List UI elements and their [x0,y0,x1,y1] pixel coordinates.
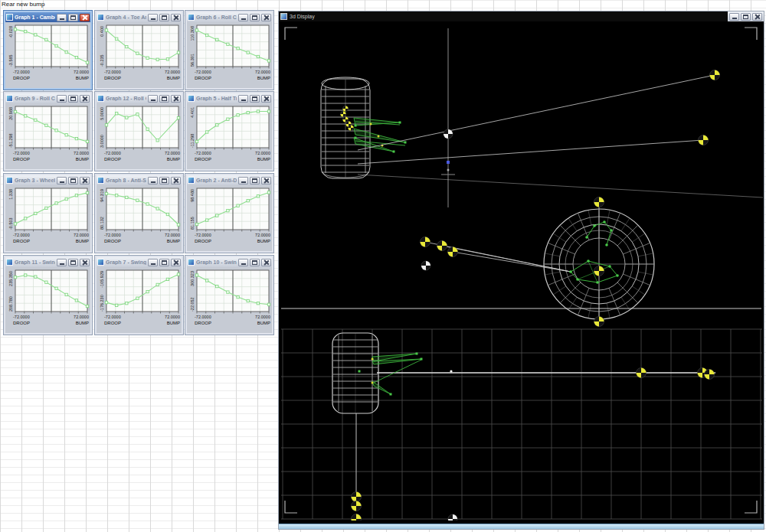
svg-text:3.0000: 3.0000 [100,135,104,148]
maximize-button[interactable] [68,95,78,103]
svg-text:-72.0000: -72.0000 [104,233,121,237]
display3d-window[interactable]: 3d Display [278,11,764,530]
graph-window-6[interactable]: Graph 6 - Roll Centr...110.30856.301-72.… [185,11,273,90]
close-button[interactable] [261,14,271,21]
yellow-checker-marker [594,197,604,207]
yellow-checker-marker [352,514,362,521]
graph-window-3[interactable]: Graph 3 - Wheelbas...1.338-0.503-72.0000… [4,174,92,253]
close-icon [264,178,269,184]
graph-window-titlebar[interactable]: Graph 7 - Swing Ar... [97,257,182,267]
graph-window-2[interactable]: Graph 2 - Anti-Dive...98.48081.155-72.00… [185,174,273,253]
minimize-button[interactable] [57,14,67,21]
graph-window-titlebar[interactable]: Graph 9 - Roll Cent... [5,93,90,103]
maximize-button[interactable] [250,95,260,103]
side-view-suspension-links [569,220,619,284]
close-button[interactable] [80,95,90,103]
graph-window-titlebar[interactable]: Graph 12 - Roll Cen... [97,93,182,103]
graph-window-titlebar[interactable]: Graph 3 - Wheelbas... [5,175,90,185]
graph-window-titlebar[interactable]: Graph 1 - Camber ... [5,12,90,22]
graph-window-4[interactable]: Graph 4 - Toe Angle...0.400-0.235-72.000… [95,11,183,90]
minimize-button[interactable] [148,259,158,266]
graph-icon [6,14,13,21]
maximize-icon [252,96,257,101]
maximize-button[interactable] [250,14,260,21]
graph-window-title: Graph 10 - Swing A... [196,259,237,265]
graph-window-titlebar[interactable]: Graph 4 - Toe Angle... [97,12,182,22]
minimize-icon [151,181,155,183]
svg-text:72.0000: 72.0000 [74,70,89,74]
minimize-button[interactable] [729,13,739,21]
svg-text:BUMP: BUMP [257,239,270,243]
minimize-icon [60,100,64,101]
maximize-button[interactable] [250,259,260,266]
svg-text:DROOP: DROOP [13,321,30,325]
graph-window-1[interactable]: Graph 1 - Camber ...-0.028-3.585-72.0000… [4,11,92,90]
graph-icon [6,95,13,102]
maximize-button[interactable] [68,259,78,266]
minimize-button[interactable] [148,14,158,21]
close-button[interactable] [171,95,181,103]
graph-window-12[interactable]: Graph 12 - Roll Cen...5.00003.0000-72.00… [95,92,183,171]
close-button[interactable] [261,177,271,184]
close-button[interactable] [261,95,271,103]
graph-window-9[interactable]: Graph 9 - Roll Cent...20.988-51.298-72.0… [4,92,92,171]
minimize-button[interactable] [238,14,248,21]
minimize-button[interactable] [148,95,158,103]
minimize-button[interactable] [57,177,67,184]
graph-plot-area: 110.30856.301-72.000072.0000DROOPBUMP [187,22,272,86]
svg-text:DROOP: DROOP [13,239,30,243]
maximize-button[interactable] [741,13,751,21]
svg-text:BUMP: BUMP [257,157,270,162]
maximize-icon [70,178,76,183]
close-button[interactable] [171,177,181,184]
minimize-button[interactable] [57,259,67,266]
minimize-button[interactable] [238,95,248,103]
maximize-icon [162,260,167,265]
maximize-button[interactable] [250,177,260,184]
graph-window-titlebar[interactable]: Graph 5 - Half Track... [187,93,272,103]
graph-window-titlebar[interactable]: Graph 10 - Swing A... [187,257,272,267]
display3d-viewport[interactable] [279,21,764,525]
maximize-button[interactable] [159,177,169,184]
svg-text:BUMP: BUMP [167,321,180,325]
maximize-button[interactable] [159,95,169,103]
svg-text:72.0000: 72.0000 [165,315,180,319]
graph-window-5[interactable]: Graph 5 - Half Track...4.401-11.298-72.0… [185,92,273,171]
close-button[interactable] [80,259,90,266]
maximize-button[interactable] [68,177,78,184]
svg-text:72.0000: 72.0000 [255,151,270,155]
close-button[interactable] [80,14,90,21]
graph-icon [6,259,13,266]
close-button[interactable] [80,177,90,184]
viewport-corner-brackets [285,28,757,513]
graph-window-titlebar[interactable]: Graph 8 - Anti-Squ... [97,175,182,185]
svg-text:BUMP: BUMP [167,239,180,243]
graph-window-11[interactable]: Graph 11 - Swing A...235.350208.780-72.0… [4,256,92,335]
minimize-icon [151,18,155,20]
close-button[interactable] [171,259,181,266]
graph-window-7[interactable]: Graph 7 - Swing Ar...-105.929-176.230-72… [95,256,183,335]
graph-window-10[interactable]: Graph 10 - Swing A...300.323-22.052-72.0… [185,256,273,335]
svg-text:235.350: 235.350 [8,271,13,286]
graph-window-8[interactable]: Graph 8 - Anti-Squ...94.31980.132-72.000… [95,174,183,253]
close-button[interactable] [171,14,181,21]
svg-text:BUMP: BUMP [167,157,180,162]
minimize-button[interactable] [238,177,248,184]
yellow-checker-marker [594,317,604,327]
minimize-button[interactable] [148,177,158,184]
graph-window-titlebar[interactable]: Graph 2 - Anti-Dive... [187,175,272,185]
close-button[interactable] [261,259,271,266]
window-icon [280,13,287,20]
graph-window-titlebar[interactable]: Graph 11 - Swing A... [5,257,90,267]
svg-text:DROOP: DROOP [195,321,211,325]
maximize-button[interactable] [68,14,78,21]
minimize-button[interactable] [238,259,248,266]
svg-text:DROOP: DROOP [195,157,211,162]
maximize-button[interactable] [159,14,169,21]
minimize-button[interactable] [57,95,67,103]
graph-window-titlebar[interactable]: Graph 6 - Roll Centr... [187,12,272,22]
display3d-titlebar[interactable]: 3d Display [279,11,764,21]
maximize-button[interactable] [159,259,169,266]
svg-text:DROOP: DROOP [104,157,121,162]
close-button[interactable] [752,13,762,21]
